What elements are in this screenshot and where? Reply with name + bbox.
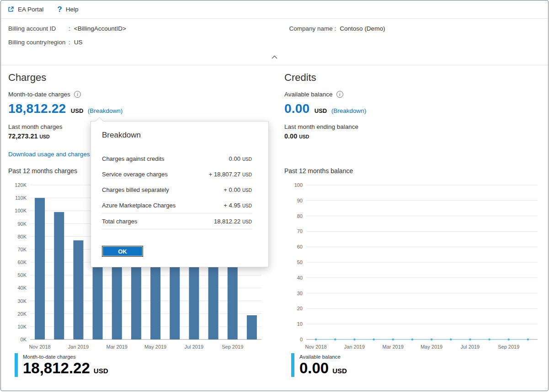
svg-text:50K: 50K bbox=[17, 272, 27, 278]
dialog-row-total: Total charges 18,812.22USD bbox=[91, 213, 268, 229]
billing-country-label: Billing country/region bbox=[8, 39, 69, 46]
help-label: Help bbox=[66, 6, 79, 13]
balance-label-row: Available balance i bbox=[284, 91, 543, 98]
svg-text:30K: 30K bbox=[17, 298, 27, 304]
topbar: EA Portal ? Help bbox=[1, 0, 548, 19]
balance-amount-row: 0.00 USD (Breakdown) bbox=[284, 101, 543, 116]
charges-title: Charges bbox=[8, 72, 267, 84]
svg-text:Jul 2019: Jul 2019 bbox=[461, 344, 480, 350]
svg-text:120K: 120K bbox=[15, 182, 27, 188]
svg-text:50: 50 bbox=[297, 260, 303, 265]
collapse-panel-control[interactable] bbox=[8, 53, 541, 63]
svg-text:110K: 110K bbox=[15, 195, 27, 201]
svg-text:70: 70 bbox=[297, 228, 303, 234]
ea-portal-page: EA Portal ? Help Billing account ID:<Bil… bbox=[0, 0, 549, 391]
svg-text:100K: 100K bbox=[15, 208, 27, 213]
svg-text:May 2019: May 2019 bbox=[421, 344, 442, 350]
charges-breakdown-link[interactable]: (Breakdown) bbox=[88, 107, 123, 114]
balance-summary-label: Available balance bbox=[299, 354, 347, 360]
svg-text:30: 30 bbox=[297, 291, 303, 296]
mtd-label: Month-to-date charges bbox=[8, 91, 70, 98]
credits-section: Credits Available balance i 0.00 USD (Br… bbox=[284, 69, 543, 140]
svg-text:Jul 2019: Jul 2019 bbox=[185, 344, 204, 350]
svg-text:60: 60 bbox=[297, 244, 303, 249]
svg-text:Jan 2019: Jan 2019 bbox=[68, 344, 89, 350]
billing-info-bar: Billing account ID:<BillingAccountID> Bi… bbox=[1, 19, 548, 65]
charges-chart-title: Past 12 months charges bbox=[8, 167, 77, 175]
ok-button[interactable]: OK bbox=[102, 246, 143, 257]
billing-country-row: Billing country/region:US bbox=[8, 39, 275, 46]
credits-line-chart: 0102030405060708090100Nov 2018Jan 2019Ma… bbox=[284, 181, 543, 351]
svg-text:80: 80 bbox=[297, 213, 303, 219]
billing-account-id-value: <BillingAccountID> bbox=[74, 25, 126, 32]
svg-text:20: 20 bbox=[297, 306, 303, 311]
svg-text:0: 0 bbox=[300, 337, 303, 342]
balance-currency: USD bbox=[314, 107, 327, 114]
breakdown-dialog: Breakdown Charges against credits 0.00US… bbox=[91, 121, 269, 267]
dialog-row-marketplace: Azure Marketplace Charges + 4.95USD bbox=[91, 197, 268, 213]
svg-text:10: 10 bbox=[297, 321, 303, 327]
svg-text:May 2019: May 2019 bbox=[144, 344, 166, 350]
billing-account-id-row: Billing account ID:<BillingAccountID> bbox=[8, 25, 275, 32]
ea-portal-link[interactable]: EA Portal bbox=[7, 6, 43, 13]
svg-text:100: 100 bbox=[294, 182, 303, 188]
company-name-value: Contoso (Demo) bbox=[340, 25, 385, 32]
svg-text:90K: 90K bbox=[17, 221, 27, 227]
mtd-summary-value: 18,812.22 bbox=[23, 360, 90, 376]
svg-text:20K: 20K bbox=[17, 311, 27, 317]
ea-portal-label: EA Portal bbox=[18, 6, 43, 13]
balance-amount: 0.00 bbox=[284, 101, 309, 116]
svg-text:Mar 2019: Mar 2019 bbox=[383, 344, 404, 350]
mtd-currency: USD bbox=[71, 107, 83, 114]
mtd-amount-row: 18,812.22 USD (Breakdown) bbox=[8, 101, 267, 116]
svg-text:Jan 2019: Jan 2019 bbox=[344, 344, 365, 350]
svg-text:0K: 0K bbox=[21, 337, 27, 342]
balance-summary: Available balance 0.00USD bbox=[291, 353, 347, 377]
dialog-row-charges-against-credits: Charges against credits 0.00USD bbox=[91, 151, 268, 166]
chevron-up-icon bbox=[272, 55, 277, 59]
credits-chart-title: Past 12 months balance bbox=[284, 167, 353, 175]
download-usage-link[interactable]: Download usage and charges bbox=[8, 151, 90, 158]
info-icon[interactable]: i bbox=[336, 91, 343, 98]
svg-text:Sep 2019: Sep 2019 bbox=[222, 344, 243, 350]
dialog-row-service-overage: Service overage charges + 18,807.27USD bbox=[91, 166, 268, 182]
billing-country-value: US bbox=[74, 39, 83, 46]
info-icon[interactable]: i bbox=[74, 91, 81, 98]
balance-summary-value: 0.00 bbox=[299, 360, 329, 376]
help-link[interactable]: ? Help bbox=[57, 5, 78, 13]
company-name-row: Company name :Contoso (Demo) bbox=[289, 25, 541, 32]
last-month-balance-value: 0.00USD bbox=[284, 132, 543, 140]
svg-text:40: 40 bbox=[297, 275, 303, 281]
svg-text:70K: 70K bbox=[17, 247, 27, 252]
credits-title: Credits bbox=[284, 72, 543, 84]
last-month-balance-label: Last month ending balance bbox=[284, 123, 543, 130]
dialog-title: Breakdown bbox=[102, 131, 257, 140]
svg-text:40K: 40K bbox=[17, 285, 27, 291]
external-link-icon bbox=[7, 6, 14, 13]
company-name-label: Company name bbox=[289, 25, 333, 32]
svg-text:Sep 2019: Sep 2019 bbox=[498, 344, 519, 350]
mtd-amount: 18,812.22 bbox=[8, 101, 66, 116]
help-icon: ? bbox=[57, 5, 62, 13]
accent-bar bbox=[15, 353, 18, 377]
dialog-row-billed-separately: Charges billed separately + 0.00USD bbox=[91, 182, 268, 197]
credits-breakdown-link[interactable]: (Breakdown) bbox=[331, 107, 367, 114]
svg-text:Nov 2018: Nov 2018 bbox=[305, 344, 327, 350]
mtd-summary: Month-to-date charges 18,812.22USD bbox=[15, 353, 108, 377]
svg-text:60K: 60K bbox=[17, 260, 27, 265]
svg-text:Mar 2019: Mar 2019 bbox=[107, 344, 128, 350]
accent-bar bbox=[291, 353, 294, 377]
svg-text:10K: 10K bbox=[17, 324, 27, 329]
dialog-divider bbox=[102, 229, 252, 229]
available-balance-label: Available balance bbox=[284, 91, 333, 98]
svg-text:80K: 80K bbox=[17, 234, 27, 239]
svg-text:Nov 2018: Nov 2018 bbox=[29, 344, 51, 350]
mtd-label-row: Month-to-date charges i bbox=[8, 91, 267, 98]
billing-account-id-label: Billing account ID bbox=[8, 25, 69, 32]
svg-text:90: 90 bbox=[297, 198, 303, 203]
mtd-summary-label: Month-to-date charges bbox=[23, 354, 108, 360]
